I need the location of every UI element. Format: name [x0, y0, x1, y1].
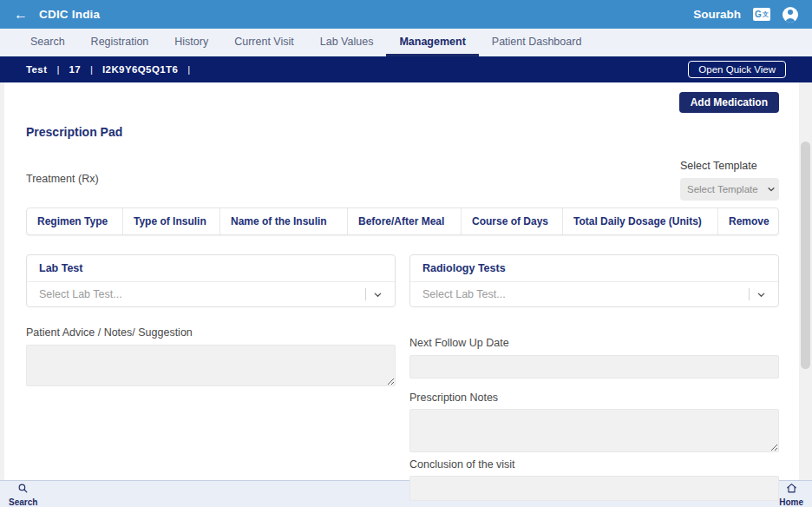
- prescription-notes-label: Prescription Notes: [409, 392, 779, 404]
- account-circle-icon[interactable]: [783, 7, 798, 23]
- topbar-right-group: Sourabh G文: [693, 7, 798, 23]
- treatment-table-header-row: Regimen Type Type of Insulin Name of the…: [26, 207, 779, 235]
- radiology-tests-select[interactable]: Select Lab Test...: [410, 282, 778, 306]
- patient-name: Test: [26, 64, 47, 75]
- conclusion-label: Conclusion of the visit: [409, 458, 779, 471]
- dropdown-divider: [749, 288, 750, 300]
- home-icon: [786, 482, 797, 497]
- select-template-value: Select Template: [687, 184, 758, 194]
- tab-patient-dashboard[interactable]: Patient Dashboard: [479, 29, 595, 56]
- radiology-tests-title: Radiology Tests: [410, 255, 778, 282]
- translate-icon-zh: 文: [763, 11, 769, 17]
- radiology-tests-placeholder: Select Lab Test...: [422, 288, 749, 300]
- table-header-regimen-type: Regimen Type: [27, 208, 123, 234]
- select-template-label: Select Template: [680, 160, 757, 172]
- user-name: Sourabh: [693, 8, 741, 21]
- chevron-down-icon: [756, 290, 766, 300]
- tab-registration[interactable]: Registration: [78, 29, 162, 56]
- account-icon-shoulders: [785, 18, 796, 23]
- table-header-before-after-meal: Before/After Meal: [348, 208, 462, 234]
- scrollbar-thumb[interactable]: [801, 142, 810, 369]
- patient-context-bar: Test | 17 | I2K9Y6Q5Q1T6 | Open Quick Vi…: [0, 56, 812, 82]
- add-medication-button[interactable]: Add Medication: [679, 92, 779, 113]
- tab-lab-values[interactable]: Lab Values: [307, 29, 387, 56]
- patient-advice-textarea[interactable]: [26, 345, 396, 386]
- treatment-rx-label: Treatment (Rx): [26, 173, 99, 185]
- table-header-remove: Remove: [718, 208, 778, 234]
- dropdown-divider: [365, 288, 366, 300]
- lab-test-select[interactable]: Select Lab Test...: [27, 282, 395, 306]
- table-header-total-daily-dosage: Total Daily Dosage (Units): [563, 208, 718, 234]
- tab-history[interactable]: History: [161, 29, 221, 56]
- conclusion-input[interactable]: [409, 476, 779, 501]
- lab-test-title: Lab Test: [27, 255, 395, 282]
- visit-number: 17: [69, 64, 81, 75]
- table-header-course-of-days: Course of Days: [462, 208, 563, 234]
- home-label: Home: [779, 497, 803, 507]
- prescription-notes-textarea[interactable]: [409, 409, 779, 452]
- radiology-tests-box: Radiology Tests Select Lab Test...: [409, 254, 779, 307]
- page-title: Prescription Pad: [26, 125, 779, 139]
- lab-test-box: Lab Test Select Lab Test...: [26, 254, 396, 307]
- open-quick-view-button[interactable]: Open Quick View: [688, 61, 786, 78]
- translate-icon[interactable]: G文: [753, 8, 770, 21]
- table-header-type-of-insulin: Type of Insulin: [123, 208, 220, 234]
- patient-advice-label: Patient Advice / Notes/ Suggestion: [26, 326, 193, 339]
- next-follow-up-date-input[interactable]: [409, 355, 779, 379]
- separator: |: [56, 64, 59, 75]
- chevron-down-icon: [767, 185, 776, 194]
- main-content: Add Medication Prescription Pad Treatmen…: [0, 82, 812, 480]
- back-arrow-icon[interactable]: ←: [14, 8, 28, 22]
- nav-tab-bar: Search Registration History Current Visi…: [0, 29, 812, 56]
- tab-search[interactable]: Search: [17, 29, 78, 56]
- tab-management[interactable]: Management: [386, 29, 478, 56]
- table-header-name-of-insulin: Name of the Insulin: [220, 208, 348, 234]
- select-template-dropdown[interactable]: Select Template: [680, 178, 779, 201]
- left-edge-strip: [0, 82, 4, 480]
- next-follow-up-label: Next Follow Up Date: [409, 337, 509, 349]
- vertical-scrollbar[interactable]: [799, 82, 812, 480]
- translate-icon-g: G: [755, 10, 762, 19]
- patient-code: I2K9Y6Q5Q1T6: [102, 64, 178, 75]
- tab-current-visit[interactable]: Current Visit: [221, 29, 307, 56]
- lab-test-placeholder: Select Lab Test...: [39, 288, 365, 300]
- chevron-down-icon: [373, 290, 383, 300]
- prescription-pad-section: Add Medication Prescription Pad Treatmen…: [26, 82, 779, 480]
- separator: |: [187, 64, 190, 75]
- bottom-home-button[interactable]: Home: [779, 482, 803, 507]
- app-title: CDIC India: [39, 8, 100, 21]
- account-icon-head: [788, 10, 793, 15]
- separator: |: [90, 64, 93, 75]
- top-app-bar: ← CDIC India Sourabh G文: [0, 0, 812, 29]
